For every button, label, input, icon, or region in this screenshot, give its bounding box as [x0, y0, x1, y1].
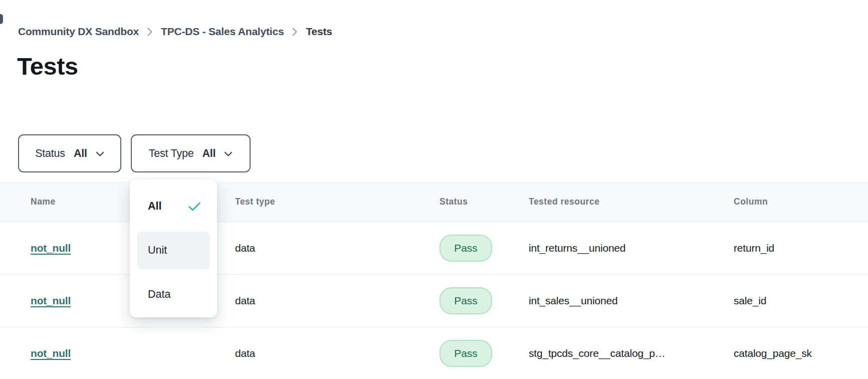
test-type-cell: data [235, 347, 255, 359]
dropdown-item-all[interactable]: All [137, 187, 210, 225]
dropdown-item-label: Data [148, 288, 170, 301]
page-title: Tests [17, 52, 78, 80]
test-type-cell: data [235, 242, 255, 254]
column-header-name: Name [31, 197, 56, 207]
column-header-column: Column [734, 197, 768, 207]
tested-resource-cell: stg_tpcds_core__catalog_p… [529, 347, 666, 359]
column-cell: return_id [734, 242, 774, 254]
chevron-right-icon [147, 27, 153, 37]
tested-resource-cell: int_sales__unioned [529, 295, 617, 307]
status-badge: Pass [440, 287, 492, 314]
chevron-right-icon [292, 27, 298, 37]
tests-page: Community DX Sandbox TPC-DS - Sales Anal… [0, 0, 868, 379]
status-badge: Pass [440, 340, 492, 367]
status-filter-label: Status [35, 147, 65, 160]
test-name-link[interactable]: not_null [31, 347, 71, 359]
breadcrumb-project[interactable]: Community DX Sandbox [18, 26, 139, 38]
test-type-filter-label: Test Type [149, 147, 194, 160]
status-filter-value: All [74, 147, 87, 160]
chevron-down-icon [96, 151, 104, 157]
test-type-cell: data [235, 295, 255, 307]
filter-bar: Status All Test Type All [18, 134, 251, 172]
test-name-link[interactable]: not_null [31, 295, 71, 307]
tested-resource-cell: int_returns__unioned [529, 242, 625, 254]
breadcrumb: Community DX Sandbox TPC-DS - Sales Anal… [18, 26, 332, 38]
status-badge: Pass [440, 235, 492, 262]
test-type-filter-button[interactable]: Test Type All [131, 134, 251, 172]
test-name-link[interactable]: not_null [31, 242, 71, 254]
dropdown-item-label: Unit [148, 244, 167, 257]
column-header-test-type: Test type [235, 197, 275, 207]
clipped-edge-element [0, 14, 3, 24]
breadcrumb-package[interactable]: TPC-DS - Sales Analytics [161, 26, 284, 38]
column-header-tested-resource: Tested resource [529, 197, 599, 207]
chevron-down-icon [224, 151, 233, 157]
dropdown-item-unit[interactable]: Unit [137, 232, 210, 269]
status-filter-button[interactable]: Status All [18, 134, 121, 172]
dropdown-item-data[interactable]: Data [137, 276, 210, 313]
check-icon [188, 202, 201, 212]
test-type-dropdown-menu: All Unit Data [130, 179, 217, 317]
column-cell: catalog_page_sk [734, 347, 812, 359]
table-row: not_null data Pass stg_tpcds_core__catal… [0, 327, 868, 379]
dropdown-item-label: All [148, 200, 161, 213]
breadcrumb-current: Tests [306, 26, 332, 38]
column-header-status: Status [440, 197, 468, 207]
column-cell: sale_id [734, 295, 766, 307]
test-type-filter-value: All [202, 147, 215, 160]
